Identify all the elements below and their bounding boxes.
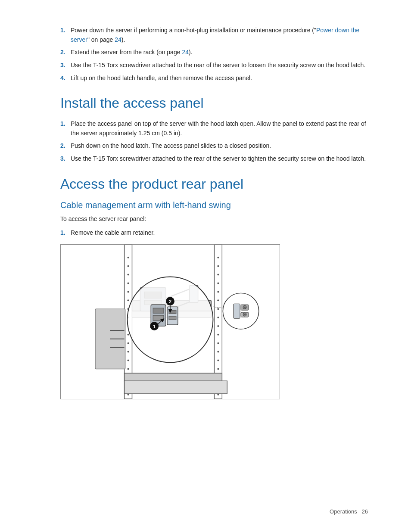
svg-point-12 [128,342,129,344]
svg-point-33 [217,368,219,370]
svg-text:1: 1 [153,324,156,329]
page-link-1[interactable]: 24 [115,36,121,43]
list-content: Place the access panel on top of the ser… [71,119,368,138]
svg-point-23 [217,283,219,284]
svg-rect-55 [234,304,240,319]
install-panel-list: 1. Place the access panel on top of the … [60,119,368,164]
list-content: Remove the cable arm retainer. [71,228,368,238]
svg-point-15 [128,368,129,370]
svg-point-26 [217,308,219,310]
svg-point-7 [128,300,129,302]
list-number: 2. [60,48,71,57]
list-number: 1. [60,228,71,238]
diagram-container: 1 2 [60,244,280,399]
svg-rect-49 [153,308,164,314]
list-number: 3. [60,61,71,70]
svg-point-5 [128,283,129,284]
list-item: 4. Lift up on the hood latch handle, and… [60,74,368,83]
install-panel-heading: Install the access panel [60,95,368,111]
list-content: Push down on the hood latch. The access … [71,141,368,151]
list-item: 1. Place the access panel on top of the … [60,119,368,138]
list-content: Use the T-15 Torx screwdriver attached t… [71,61,368,70]
list-item: 2. Push down on the hood latch. The acce… [60,141,368,151]
list-content: Power down the server if performing a no… [71,26,368,44]
list-number: 1. [60,26,71,44]
page-footer: Operations 26 [330,508,368,515]
list-item: 2. Extend the server from the rack (on p… [60,48,368,57]
access-rear-heading: Access the product rear panel [60,176,368,192]
svg-point-11 [128,334,129,336]
list-item: 3. Use the T-15 Torx screwdriver attache… [60,61,368,70]
list-content: Use the T-15 Torx screwdriver attached t… [71,154,368,164]
svg-point-6 [128,291,129,293]
intro-text: To access the server rear panel: [60,215,368,224]
svg-point-13 [128,351,129,353]
svg-point-54 [223,293,259,330]
footer-section: Operations [330,508,357,515]
list-number: 4. [60,74,71,83]
svg-text:2: 2 [169,299,171,305]
list-content: Lift up on the hood latch handle, and th… [71,74,368,83]
diagram-svg: 1 2 [61,245,280,399]
list-number: 3. [60,154,71,164]
list-item: 1. Power down the server if performing a… [60,26,368,44]
svg-point-27 [217,317,219,318]
access-rear-list: 1. Remove the cable arm retainer. [60,228,368,238]
power-down-link[interactable]: Power down the server [71,27,359,43]
svg-rect-50 [153,315,164,320]
svg-point-20 [217,257,219,258]
intro-list: 1. Power down the server if performing a… [60,26,368,83]
svg-point-3 [128,265,129,267]
svg-point-14 [128,360,129,361]
svg-point-24 [217,291,219,293]
svg-point-31 [217,351,219,353]
list-item: 1. Remove the cable arm retainer. [60,228,368,238]
svg-point-22 [217,274,219,276]
svg-point-32 [217,360,219,361]
list-item: 3. Use the T-15 Torx screwdriver attache… [60,154,368,164]
svg-rect-51 [167,307,178,325]
page-container: 1. Power down the server if performing a… [0,0,411,442]
svg-rect-38 [125,381,227,394]
svg-point-28 [217,325,219,327]
cable-mgmt-subheading: Cable management arm with left-hand swin… [60,200,368,210]
svg-point-2 [128,257,129,258]
svg-point-29 [217,334,219,336]
svg-rect-37 [125,373,222,382]
svg-point-30 [217,342,219,344]
footer-page: 26 [362,508,368,515]
svg-point-25 [217,300,219,302]
list-content: Extend the server from the rack (on page… [71,48,368,57]
svg-point-4 [128,274,129,276]
list-number: 1. [60,119,71,138]
page-link-2[interactable]: 24 [182,49,189,56]
list-number: 2. [60,141,71,151]
svg-rect-53 [169,316,176,320]
svg-point-21 [217,265,219,267]
